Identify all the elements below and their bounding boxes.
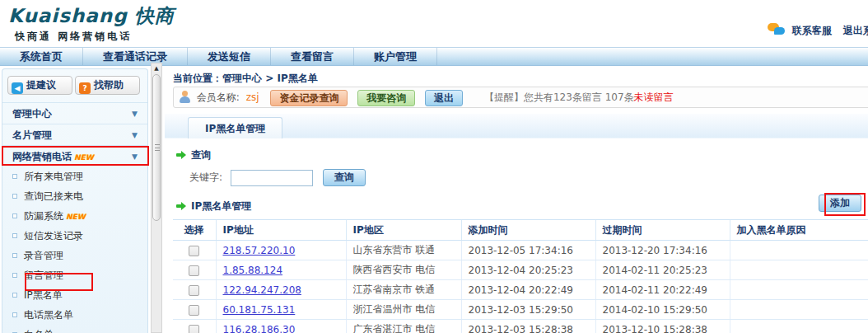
- region-cell: 浙江省温州市 电信: [346, 300, 461, 320]
- reason-cell: [730, 260, 868, 280]
- table-header-row: 选择 IP地址 IP地区 添加时间 过期时间 加入黑名单原因: [173, 220, 868, 241]
- green-arrow-icon: [176, 151, 186, 159]
- sidebar-item-answered-calls[interactable]: 查询已接来电: [2, 186, 147, 206]
- funds-record-query-button[interactable]: 资金记录查询: [270, 90, 348, 106]
- sidebar-section-network-marketing-phone[interactable]: 网络营销电话NEW ▼: [2, 145, 147, 166]
- bullet-icon: [12, 293, 17, 298]
- logo-subtitle: 快商通 网络营销电话: [15, 30, 175, 44]
- col-header-expires: 过期时间: [595, 220, 730, 241]
- reason-cell: [730, 320, 868, 333]
- added-cell: 2013-12-04 20:25:23: [461, 260, 595, 280]
- sidebar-item-phone-blacklist[interactable]: 电话黑名单: [2, 305, 147, 325]
- nav-item-call-records[interactable]: 查看通话记录: [83, 48, 188, 65]
- add-button[interactable]: 添加: [819, 195, 861, 212]
- nav-item-send-sms[interactable]: 发送短信: [188, 48, 271, 65]
- sidebar-button-row: ◀提建议?找帮助: [2, 69, 147, 102]
- reason-cell: [730, 300, 868, 320]
- ip-link[interactable]: 60.181.75.131: [223, 304, 296, 316]
- nav-item-account[interactable]: 账户管理: [354, 48, 437, 65]
- breadcrumb: 当前位置：管理中心 > IP黑名单: [165, 68, 868, 85]
- tab-strip: IP黑名单管理: [165, 114, 868, 138]
- row-checkbox[interactable]: [189, 246, 199, 256]
- suggest-button[interactable]: ◀提建议: [7, 76, 72, 95]
- exit-button[interactable]: 退出: [425, 90, 463, 106]
- sidebar-section-card-management[interactable]: 名片管理 ▼: [2, 124, 147, 145]
- search-row: 关键字: 查询: [189, 168, 868, 188]
- sidebar: ◀提建议?找帮助 管理中心 ▼ 名片管理 ▼ 网络营销电话NEW ▼ 所有来电管…: [2, 68, 148, 333]
- reason-cell: [730, 241, 868, 260]
- member-person-icon: [179, 91, 190, 103]
- bullet-icon: [12, 174, 17, 179]
- page: Kuaishang 快商 快商通 网络营销电话 联系客服 退出系统 系统首页 查…: [0, 0, 868, 333]
- expires-cell: 2014-02-10 15:29:50: [595, 300, 730, 320]
- section-label: 名片管理: [12, 129, 52, 141]
- bullet-icon: [12, 273, 17, 278]
- sidebar-scrollbar[interactable]: ▲: [151, 63, 162, 333]
- sidebar-item-anti-miss-system[interactable]: 防漏系统NEW: [2, 206, 147, 226]
- logout-system-link[interactable]: 退出系统: [843, 25, 868, 36]
- expires-cell: 2013-12-20 17:34:16: [595, 241, 730, 260]
- sidebar-item-all-incoming-calls[interactable]: 所有来电管理: [2, 166, 147, 186]
- green-arrow-icon: [176, 202, 186, 210]
- sidebar-item-label: 白名单: [24, 329, 54, 333]
- main-content: 当前位置：管理中心 > IP黑名单 会员名称: zsj 资金记录查询 我要咨询 …: [165, 68, 868, 333]
- search-section-label: 查询: [191, 149, 211, 161]
- keyword-input[interactable]: [231, 170, 313, 186]
- bullet-icon: [12, 233, 17, 238]
- ip-link[interactable]: 116.28.186.30: [223, 324, 296, 333]
- ip-link[interactable]: 122.94.247.208: [223, 284, 301, 296]
- new-badge: NEW: [66, 213, 86, 221]
- nav-item-messages[interactable]: 查看留言: [271, 48, 354, 65]
- help-button-label: 找帮助: [94, 79, 124, 91]
- bullet-icon: [12, 312, 17, 317]
- consult-button[interactable]: 我要咨询: [357, 90, 415, 106]
- sidebar-item-message-management[interactable]: 留言管理: [2, 265, 147, 285]
- scrollbar-thumb[interactable]: [152, 74, 161, 221]
- top-header: Kuaishang 快商 快商通 网络营销电话 联系客服 退出系统: [0, 0, 868, 47]
- member-bar: 会员名称: zsj 资金记录查询 我要咨询 退出 【提醒】您共有123条留言 1…: [173, 87, 868, 108]
- suggest-button-label: 提建议: [26, 79, 56, 91]
- row-checkbox[interactable]: [189, 265, 199, 276]
- row-checkbox[interactable]: [189, 285, 199, 296]
- unread-messages-link[interactable]: 未读留言: [634, 91, 674, 103]
- reason-cell: [730, 280, 868, 300]
- member-name-value: zsj: [246, 91, 259, 103]
- ip-link[interactable]: 1.85.88.124: [223, 265, 283, 276]
- suggest-icon: ◀: [12, 82, 23, 94]
- search-button[interactable]: 查询: [323, 169, 366, 186]
- col-header-added: 添加时间: [461, 220, 595, 241]
- expires-cell: 2014-02-11 20:25:23: [595, 260, 730, 280]
- sidebar-item-label: 录音管理: [24, 250, 63, 261]
- nav-item-home[interactable]: 系统首页: [0, 48, 83, 65]
- sidebar-section-management-center[interactable]: 管理中心 ▼: [2, 102, 147, 124]
- main-nav: 系统首页 查看通话记录 发送短信 查看留言 账户管理: [0, 47, 868, 66]
- sidebar-item-ip-blacklist[interactable]: IP黑名单: [2, 285, 147, 305]
- list-section-label: IP黑名单管理: [191, 200, 251, 212]
- sidebar-item-label: IP黑名单: [24, 289, 63, 301]
- sidebar-item-label: 短信发送记录: [24, 230, 83, 242]
- sidebar-item-sms-records[interactable]: 短信发送记录: [2, 226, 147, 246]
- tab-ip-blacklist-management[interactable]: IP黑名单管理: [188, 117, 282, 138]
- keyword-label: 关键字:: [189, 171, 222, 183]
- row-checkbox[interactable]: [189, 325, 199, 333]
- scrollbar-grip-icon: [155, 144, 160, 151]
- contact-service-link[interactable]: 联系客服: [792, 25, 832, 36]
- logo: Kuaishang 快商 快商通 网络营销电话: [8, 3, 175, 44]
- scroll-up-icon[interactable]: ▲: [152, 63, 161, 73]
- reminder-text: 【提醒】您共有123条留言 107条: [484, 91, 634, 103]
- row-checkbox[interactable]: [189, 305, 199, 316]
- chat-bubbles-icon: [768, 23, 786, 37]
- breadcrumb-path: 管理中心 > IP黑名单: [222, 73, 318, 84]
- added-cell: 2013-12-03 15:28:38: [461, 320, 595, 333]
- chat-bubble-blue-icon: [774, 27, 785, 35]
- ip-link[interactable]: 218.57.220.10: [223, 245, 296, 256]
- new-badge: NEW: [74, 153, 94, 162]
- table-row: 218.57.220.10 山东省东营市 联通 2013-12-05 17:34…: [173, 241, 868, 260]
- sidebar-item-whitelist[interactable]: 白名单: [2, 325, 147, 333]
- list-section-title: IP黑名单管理 添加: [176, 199, 868, 213]
- sidebar-item-label: 电话黑名单: [24, 309, 73, 321]
- table-row: 60.181.75.131 浙江省温州市 电信 2013-12-03 15:29…: [173, 300, 868, 320]
- ip-blacklist-table: 选择 IP地址 IP地区 添加时间 过期时间 加入黑名单原因 218.57.22…: [173, 219, 868, 333]
- help-button[interactable]: ?找帮助: [75, 76, 140, 95]
- sidebar-item-recording-management[interactable]: 录音管理: [2, 246, 147, 265]
